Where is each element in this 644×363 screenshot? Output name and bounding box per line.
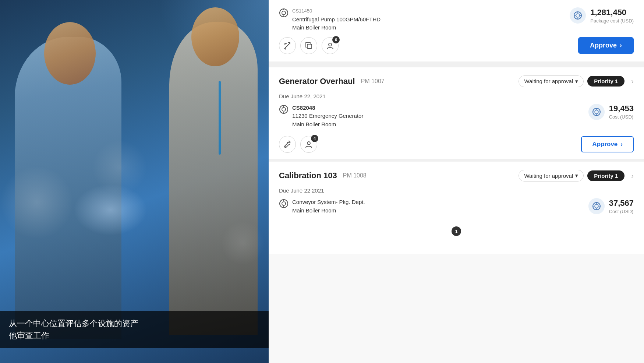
card1-cost-icon bbox=[588, 104, 605, 120]
card1-asset-name: 11230 Emergency Generator bbox=[292, 112, 363, 120]
card2-body: Due June 22 2021 Conveyor System- Pkg. D… bbox=[269, 182, 644, 225]
top-copy-button[interactable] bbox=[300, 37, 317, 54]
card2-asset-location: Main Boiler Room bbox=[292, 207, 365, 215]
card1-nav-chevron[interactable]: › bbox=[631, 77, 634, 85]
card1-approve-chevron: › bbox=[620, 141, 623, 148]
card1-user-badge: 4 bbox=[311, 135, 318, 142]
card1-title: Generator Overhaul bbox=[279, 77, 355, 86]
card1-asset-info: CS82048 11230 Emergency Generator Main B… bbox=[292, 104, 363, 129]
subtitle-line2: 他审查工作 bbox=[9, 329, 260, 342]
top-tools-button[interactable] bbox=[279, 37, 296, 54]
top-user-button[interactable]: 6 bbox=[322, 37, 339, 54]
card1-divider bbox=[269, 64, 644, 67]
card1-asset-id: CS82048 bbox=[292, 104, 363, 112]
card2-pm: PM 1008 bbox=[343, 172, 367, 179]
card1-user-button[interactable]: 4 bbox=[300, 136, 317, 153]
card2-status-dropdown[interactable]: Waiting for approval ▾ bbox=[519, 170, 584, 182]
card2-cost-icon bbox=[588, 198, 605, 214]
svg-point-14 bbox=[595, 110, 598, 114]
top-partial-card: CS11450 Centrifugal Pump 100GPM/60FTHD M… bbox=[269, 0, 644, 64]
top-asset-icon bbox=[279, 8, 289, 20]
top-approve-chevron: › bbox=[620, 42, 622, 49]
card2: Calibration 103 PM 1008 Waiting for appr… bbox=[269, 162, 644, 254]
svg-rect-7 bbox=[307, 44, 312, 49]
card1-cost-value: 19,453 bbox=[609, 104, 634, 113]
svg-point-8 bbox=[329, 43, 332, 46]
card1: Generator Overhaul PM 1007 Waiting for a… bbox=[269, 67, 644, 162]
top-approve-button[interactable]: Approve › bbox=[578, 37, 634, 54]
bottom-badge-container: 1 bbox=[269, 226, 644, 239]
svg-point-22 bbox=[282, 202, 286, 205]
card1-body: Due June 22, 2021 CS82048 11230 bbox=[269, 87, 644, 159]
top-approve-label: Approve bbox=[590, 42, 617, 49]
card2-asset-icon bbox=[279, 199, 289, 211]
card1-tools-button[interactable] bbox=[279, 136, 296, 153]
svg-point-10 bbox=[282, 108, 286, 111]
card1-status-label: Waiting for approval bbox=[524, 78, 573, 84]
card1-approve-button[interactable]: Approve › bbox=[581, 136, 634, 152]
svg-point-1 bbox=[282, 11, 286, 15]
svg-point-19 bbox=[285, 147, 286, 147]
card1-asset-icon bbox=[279, 105, 289, 116]
content-panel: CS11450 Centrifugal Pump 100GPM/60FTHD M… bbox=[269, 0, 644, 363]
card2-asset-info: Conveyor System- Pkg. Dept. Main Boiler … bbox=[292, 198, 365, 215]
top-asset-info: CS11450 Centrifugal Pump 100GPM/60FTHD M… bbox=[292, 7, 381, 32]
card2-status-label: Waiting for approval bbox=[524, 173, 573, 179]
card1-due-date: Due June 22, 2021 bbox=[279, 93, 634, 99]
card1-status-dropdown[interactable]: Waiting for approval ▾ bbox=[519, 75, 584, 87]
card1-priority-badge: Priority 1 bbox=[587, 76, 624, 87]
card2-cost-value: 37,567 bbox=[609, 198, 634, 208]
top-user-badge: 6 bbox=[332, 36, 340, 43]
card2-asset-row: Conveyor System- Pkg. Dept. Main Boiler … bbox=[279, 198, 365, 215]
svg-point-5 bbox=[576, 14, 580, 17]
top-cost-value: 1,281,450 bbox=[590, 8, 634, 17]
svg-point-20 bbox=[307, 142, 310, 145]
card2-asset-partial: Conveyor System- Pkg. Dept. bbox=[292, 198, 365, 207]
card1-cost-label: Cost (USD) bbox=[609, 114, 634, 120]
subtitle-line1: 从一个中心位置评估多个设施的资产 bbox=[9, 317, 260, 329]
card2-due-date: Due June 22 2021 bbox=[279, 187, 634, 194]
top-action-row: 6 Approve › bbox=[279, 37, 634, 54]
subtitle-bar: 从一个中心位置评估多个设施的资产 他审查工作 bbox=[0, 311, 269, 348]
card2-nav-chevron[interactable]: › bbox=[631, 172, 634, 180]
card1-header: Generator Overhaul PM 1007 Waiting for a… bbox=[269, 67, 644, 87]
card2-priority-badge: Priority 1 bbox=[587, 170, 624, 181]
card1-asset-row: CS82048 11230 Emergency Generator Main B… bbox=[279, 104, 363, 129]
photo-panel: 从一个中心位置评估多个设施的资产 他审查工作 bbox=[0, 0, 269, 363]
card2-cost-label: Cost (USD) bbox=[609, 209, 634, 214]
top-cost-icon bbox=[570, 7, 586, 24]
top-cost-label: Package cost (USD) bbox=[590, 18, 634, 24]
card1-pm: PM 1007 bbox=[361, 78, 385, 85]
card2-dropdown-icon: ▾ bbox=[575, 172, 578, 179]
bottom-badge: 1 bbox=[452, 226, 461, 236]
svg-point-26 bbox=[595, 204, 598, 208]
card1-approve-label: Approve bbox=[592, 141, 618, 148]
card2-title: Calibration 103 bbox=[279, 171, 337, 180]
svg-line-6 bbox=[285, 44, 289, 48]
card2-header: Calibration 103 PM 1008 Waiting for appr… bbox=[269, 162, 644, 182]
card1-action-row: 4 Approve › bbox=[279, 136, 634, 153]
card1-dropdown-icon: ▾ bbox=[575, 78, 578, 85]
card1-asset-location: Main Boiler Room bbox=[292, 120, 363, 129]
